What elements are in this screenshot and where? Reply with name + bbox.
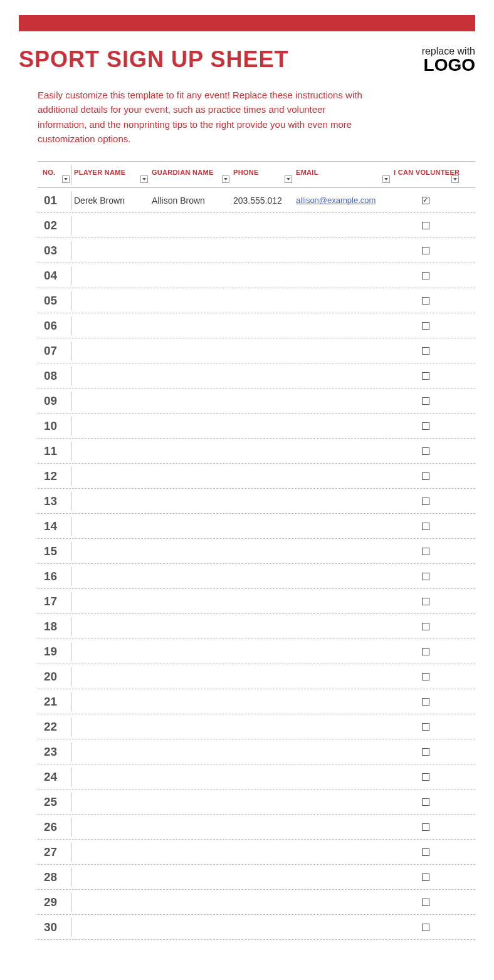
cell-volunteer[interactable] [391,796,460,808]
cell-volunteer[interactable] [391,746,460,758]
cell-player[interactable] [71,900,149,905]
cell-email[interactable] [293,348,391,353]
cell-player[interactable] [71,599,149,604]
cell-player[interactable] [71,273,149,278]
cell-guardian[interactable] [149,774,231,779]
cell-volunteer[interactable] [391,670,460,683]
cell-volunteer[interactable] [391,345,460,357]
volunteer-checkbox[interactable] [422,823,429,831]
cell-email[interactable] [293,850,391,855]
volunteer-checkbox[interactable] [422,422,429,430]
volunteer-checkbox[interactable] [422,523,429,530]
cell-guardian[interactable] [149,499,231,504]
cell-player[interactable] [71,474,149,479]
cell-player[interactable] [71,348,149,353]
cell-guardian[interactable]: Allison Brown [149,193,231,208]
cell-phone[interactable] [231,248,293,253]
filter-dropdown-icon[interactable] [382,175,390,183]
cell-volunteer[interactable] [391,645,460,658]
cell-volunteer[interactable] [391,771,460,783]
cell-volunteer[interactable] [391,420,460,432]
cell-email[interactable] [293,574,391,579]
cell-phone[interactable]: 203.555.012 [231,193,293,208]
volunteer-checkbox[interactable] [422,924,429,931]
cell-guardian[interactable] [149,474,231,479]
cell-email[interactable] [293,724,391,729]
cell-guardian[interactable] [149,223,231,228]
cell-guardian[interactable] [149,900,231,905]
volunteer-checkbox[interactable] [422,347,429,355]
cell-guardian[interactable] [149,323,231,328]
cell-phone[interactable] [231,925,293,930]
cell-email[interactable] [293,273,391,278]
cell-guardian[interactable] [149,624,231,629]
cell-phone[interactable] [231,298,293,303]
volunteer-checkbox[interactable] [422,773,429,781]
cell-player[interactable] [71,399,149,404]
filter-dropdown-icon[interactable] [285,175,292,183]
cell-email[interactable] [293,649,391,654]
cell-guardian[interactable] [149,373,231,378]
volunteer-checkbox[interactable] [422,247,429,254]
cell-player[interactable] [71,424,149,429]
cell-player[interactable] [71,850,149,855]
cell-player[interactable]: Derek Brown [71,193,149,208]
cell-email[interactable] [293,774,391,779]
cell-email[interactable] [293,825,391,830]
cell-email[interactable] [293,925,391,930]
cell-phone[interactable] [231,825,293,830]
cell-phone[interactable] [231,323,293,328]
col-header-guardian[interactable]: GUARDIAN NAME [149,165,231,185]
volunteer-checkbox[interactable] [422,798,429,806]
cell-phone[interactable] [231,649,293,654]
cell-volunteer[interactable] [391,194,460,207]
cell-phone[interactable] [231,574,293,579]
cell-phone[interactable] [231,749,293,754]
cell-volunteer[interactable] [391,445,460,457]
cell-phone[interactable] [231,850,293,855]
volunteer-checkbox[interactable] [422,598,429,605]
volunteer-checkbox[interactable] [422,899,429,906]
cell-phone[interactable] [231,800,293,805]
volunteer-checkbox[interactable] [422,548,429,555]
cell-player[interactable] [71,724,149,729]
filter-dropdown-icon[interactable] [451,175,459,183]
volunteer-checkbox[interactable] [422,272,429,279]
cell-email[interactable] [293,248,391,253]
cell-phone[interactable] [231,900,293,905]
col-header-player[interactable]: PLAYER NAME [71,165,149,185]
cell-volunteer[interactable] [391,821,460,833]
cell-guardian[interactable] [149,649,231,654]
filter-dropdown-icon[interactable] [62,175,70,183]
volunteer-checkbox[interactable] [422,197,429,204]
cell-email[interactable] [293,298,391,303]
cell-guardian[interactable] [149,298,231,303]
cell-guardian[interactable] [149,248,231,253]
cell-volunteer[interactable] [391,295,460,307]
col-header-volunteer[interactable]: I CAN VOLUNTEER [391,165,460,185]
cell-player[interactable] [71,373,149,378]
cell-guardian[interactable] [149,599,231,604]
cell-phone[interactable] [231,599,293,604]
col-header-phone[interactable]: PHONE [231,165,293,185]
cell-email[interactable]: allison@example.com [293,193,391,207]
cell-phone[interactable] [231,549,293,554]
cell-player[interactable] [71,825,149,830]
cell-email[interactable] [293,474,391,479]
cell-phone[interactable] [231,524,293,529]
cell-guardian[interactable] [149,749,231,754]
cell-guardian[interactable] [149,800,231,805]
cell-volunteer[interactable] [391,570,460,583]
cell-email[interactable] [293,323,391,328]
volunteer-checkbox[interactable] [422,397,429,405]
cell-player[interactable] [71,800,149,805]
cell-volunteer[interactable] [391,620,460,633]
cell-guardian[interactable] [149,399,231,404]
cell-phone[interactable] [231,474,293,479]
cell-email[interactable] [293,373,391,378]
cell-volunteer[interactable] [391,520,460,533]
cell-email[interactable] [293,900,391,905]
filter-dropdown-icon[interactable] [140,175,148,183]
cell-phone[interactable] [231,424,293,429]
cell-phone[interactable] [231,674,293,679]
